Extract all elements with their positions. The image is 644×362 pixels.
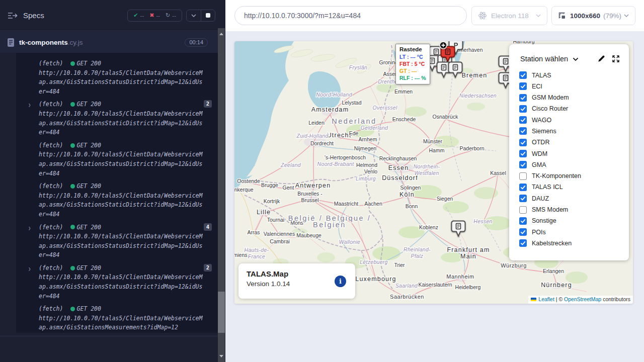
log-count-badge: 2 [204, 264, 212, 272]
station-checkbox-row[interactable]: WDM [519, 150, 629, 157]
station-marker[interactable] [448, 61, 463, 78]
network-log-entry[interactable]: ❯(fetch)GET 2004http://10.10.0.70/talas5… [16, 223, 218, 260]
osm-link[interactable]: OpenStreetMap [564, 296, 601, 302]
station-checkbox-row[interactable]: POIs [519, 228, 629, 236]
station-checkbox-row[interactable]: TK-Komponenten [519, 172, 629, 180]
leaflet-link[interactable]: Leaflet [538, 296, 554, 302]
edit-button[interactable] [597, 55, 605, 63]
log-url: http://10.10.0.70/talas5/ClientData/Webs… [39, 314, 206, 332]
checkbox-checked[interactable] [519, 116, 527, 124]
checkbox-checked[interactable] [519, 71, 527, 79]
log-url: http://10.10.0.70/talas5/ClientData/Webs… [39, 150, 206, 178]
viewport-select[interactable]: 1000x660 (79%) [551, 6, 635, 25]
station-label: OTDR [532, 139, 549, 146]
tooltip-title: Rastede [399, 46, 426, 52]
network-log-entry[interactable]: ❯(fetch)GET 2002http://10.10.0.70/talas5… [16, 100, 218, 137]
station-label: TALAS [532, 72, 551, 79]
leaflet-map[interactable]: HamburgBremerhavenBremenNiedersachsenGro… [234, 41, 633, 304]
station-checkbox-row[interactable]: Kabelstrecken [519, 239, 629, 247]
log-url: http://10.10.0.70/talas5/ClientData/Webs… [39, 109, 206, 137]
station-checkbox-row[interactable]: DAUZ [519, 195, 629, 202]
scrollbar-thumb[interactable] [218, 292, 225, 333]
station-checkbox-row[interactable]: Sonstige [519, 217, 629, 225]
checkbox-unchecked[interactable] [519, 206, 527, 214]
station-checkbox-row[interactable]: TALAS ICL [519, 184, 629, 191]
checkbox-checked[interactable] [519, 195, 527, 202]
aut-toolbar: Electron 118 1000x660 (79%) [225, 0, 644, 31]
station-label: GMA [532, 161, 546, 168]
station-checkbox-row[interactable]: GMA [519, 161, 629, 168]
info-icon[interactable]: i [335, 276, 346, 287]
station-checkbox-row[interactable]: SMS Modem [519, 206, 629, 214]
failed-icon: ✖ [149, 12, 154, 19]
failed-count: -- [156, 13, 160, 19]
scroll-up-icon[interactable] [219, 31, 223, 35]
checkbox-checked[interactable] [519, 217, 527, 225]
aut-content: HamburgBremerhavenBremenNiedersachsenGro… [225, 31, 644, 362]
checkbox-checked[interactable] [519, 228, 527, 236]
status-ok-icon [70, 102, 75, 107]
collapse-button[interactable] [187, 10, 201, 21]
station-label: Siemens [532, 128, 556, 135]
reporter-scrollbar[interactable] [218, 28, 225, 362]
expand-button[interactable] [612, 55, 620, 63]
stop-button[interactable] [201, 10, 215, 21]
chevron-down-icon[interactable] [573, 57, 579, 61]
scroll-down-icon[interactable] [219, 355, 223, 359]
checkbox-checked[interactable] [519, 161, 527, 168]
checkbox-checked[interactable] [519, 150, 527, 157]
log-url: http://10.10.0.70/talas5/ClientData/Webs… [39, 68, 206, 97]
passed-count: -- [140, 13, 144, 19]
network-log-entry[interactable]: (fetch)GET 200http://10.10.0.70/talas5/C… [16, 59, 218, 96]
network-log-entry[interactable]: (fetch)GET 200http://10.10.0.70/talas5/C… [16, 141, 218, 178]
network-log-entry[interactable]: (fetch)GET 200http://10.10.0.70/talas5/C… [16, 304, 218, 332]
checkbox-checked[interactable] [519, 94, 527, 102]
network-log-entry[interactable]: ❯(fetch)GET 2002http://10.10.0.70/talas5… [16, 263, 218, 301]
checkbox-checked[interactable] [519, 239, 527, 247]
spec-row[interactable]: tk-components.cy.js 00:14 [0, 32, 218, 53]
checkbox-checked[interactable] [519, 139, 527, 146]
checkbox-checked[interactable] [519, 184, 527, 191]
station-checkbox-row[interactable]: TALAS [519, 71, 629, 79]
checkbox-unchecked[interactable] [519, 172, 527, 180]
browser-select[interactable]: Electron 118 [471, 6, 547, 25]
station-checkbox-row[interactable]: WAGO [519, 116, 629, 124]
expand-chevron-icon[interactable]: ❯ [28, 264, 31, 274]
status-ok-icon [70, 307, 75, 311]
station-label: Sonstige [532, 217, 556, 224]
station-label: GSM Modem [532, 94, 569, 101]
aut-panel: Electron 118 1000x660 (79%) [225, 0, 644, 362]
expand-icon [612, 55, 620, 63]
station-checkbox-row[interactable]: Siemens [519, 127, 629, 135]
expand-chevron-icon[interactable]: ❯ [28, 224, 31, 233]
address-bar[interactable] [234, 6, 467, 25]
checkbox-checked[interactable] [519, 127, 527, 135]
cluster-plus-marker[interactable] [439, 41, 448, 50]
map-attribution: Leaflet | © OpenStreetMap contributors [528, 296, 633, 304]
checkbox-checked[interactable] [519, 82, 527, 90]
specs-title: Specs [23, 11, 44, 20]
status-ok-icon [70, 184, 75, 189]
station-checkbox-row[interactable]: OTDR [519, 139, 629, 146]
log-event-type: (fetch) [39, 100, 63, 109]
network-log-entry[interactable]: (fetch)GET 200http://10.10.0.70/talas5/C… [16, 182, 218, 219]
station-filter-panel: Station wählen [509, 44, 629, 260]
specs-menu-icon[interactable] [7, 12, 18, 20]
browser-label: Electron 118 [491, 12, 529, 20]
station-panel-title: Station wählen [520, 55, 568, 63]
chevron-down-icon [624, 14, 629, 17]
checkbox-checked[interactable] [519, 105, 527, 113]
station-label: POIs [532, 229, 546, 236]
chevron-down-icon [536, 14, 541, 17]
expand-chevron-icon[interactable]: ❯ [28, 101, 31, 110]
run-stats: ✔-- ✖-- ↻-- [127, 10, 182, 22]
station-checkbox-row[interactable]: ECI [519, 82, 629, 90]
tooltip-measurement: LT : --- °C [399, 53, 426, 60]
pending-icon: ↻ [166, 12, 170, 19]
station-marker[interactable] [451, 220, 466, 237]
chevron-down-icon [191, 14, 196, 17]
station-checkbox-row[interactable]: Cisco Router [519, 105, 629, 113]
station-checkbox-row[interactable]: GSM Modem [519, 94, 629, 102]
viewport-zoom: (79%) [603, 12, 621, 20]
app-version: Version 1.0.14 [247, 280, 347, 288]
